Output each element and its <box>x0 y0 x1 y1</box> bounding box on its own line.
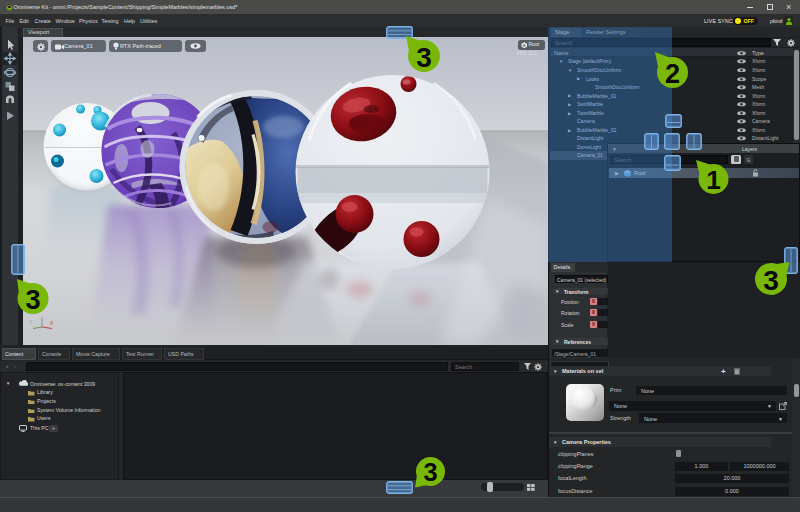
svg-text:X: X <box>50 320 54 326</box>
svg-text:3: 3 <box>416 42 432 73</box>
svg-text:3: 3 <box>423 458 437 486</box>
svg-text:Y: Y <box>29 319 33 325</box>
svg-text:1: 1 <box>706 165 721 195</box>
svg-text:3: 3 <box>763 265 779 296</box>
svg-text:2: 2 <box>664 58 679 89</box>
svg-text:3: 3 <box>25 284 40 315</box>
